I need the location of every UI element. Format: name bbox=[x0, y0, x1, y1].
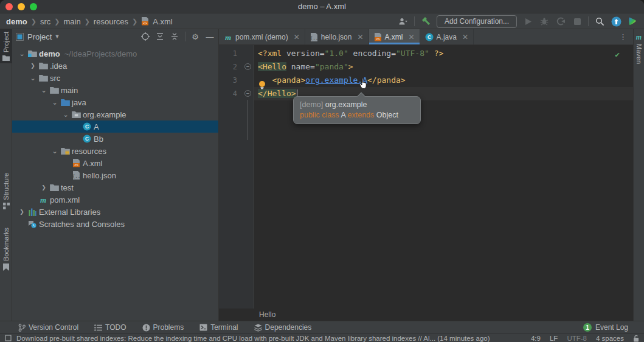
fold-marker-icon[interactable]: − bbox=[244, 90, 251, 97]
breadcrumb-item-main[interactable]: main bbox=[63, 17, 80, 26]
package-icon bbox=[71, 111, 81, 118]
intention-bulb-icon[interactable] bbox=[258, 80, 266, 90]
line-number: 1 bbox=[219, 47, 237, 60]
tool-stripe-bookmarks[interactable]: Bookmarks bbox=[0, 225, 12, 273]
editor-breadcrumb-tag[interactable]: Hello bbox=[259, 310, 275, 319]
lock-icon[interactable] bbox=[633, 335, 639, 342]
svg-text:<>: <> bbox=[143, 21, 147, 25]
editor-body[interactable]: 1234−− <?xml version="1.0" encoding="UTF… bbox=[219, 45, 633, 309]
tree-item--idea[interactable]: ❯.idea bbox=[12, 60, 218, 72]
debug-icon[interactable] bbox=[539, 16, 550, 27]
status-widget-4-spaces[interactable]: 4 spaces bbox=[596, 335, 624, 342]
collapse-all-icon[interactable] bbox=[170, 32, 180, 41]
tree-item-java[interactable]: ⌄java bbox=[12, 96, 218, 108]
event-log-button[interactable]: 1 Event Log bbox=[583, 323, 628, 332]
editor-tab-a-java[interactable]: CA.java✕ bbox=[420, 29, 474, 44]
run-with-coverage-icon[interactable] bbox=[555, 16, 566, 27]
inspection-ok-icon[interactable]: ✔ bbox=[615, 50, 620, 59]
class-icon: C bbox=[81, 122, 92, 131]
editor-tab-pom-xml-demo-[interactable]: mpom.xml (demo)✕ bbox=[219, 29, 305, 44]
add-configuration-button[interactable]: Add Configuration... bbox=[437, 15, 517, 28]
stop-icon[interactable] bbox=[572, 16, 583, 27]
chevron-down-icon[interactable]: ⌄ bbox=[50, 147, 60, 155]
close-tab-icon[interactable]: ✕ bbox=[409, 33, 415, 41]
toolbar-separator bbox=[414, 16, 415, 26]
chevron-right-icon[interactable]: ❯ bbox=[17, 209, 27, 215]
breadcrumb-item-resources[interactable]: resources bbox=[94, 17, 128, 26]
tab-options-icon[interactable]: ⋮ bbox=[613, 32, 633, 41]
breadcrumb-item-demo[interactable]: demo bbox=[6, 17, 27, 26]
build-hammer-icon[interactable] bbox=[420, 16, 431, 27]
maven-icon: m bbox=[224, 33, 232, 41]
tree-item-pom-xml[interactable]: mpom.xml bbox=[12, 194, 218, 206]
class-reference-link[interactable]: org.example.A bbox=[305, 75, 367, 85]
tree-item-demo[interactable]: ⌄demo~/IdeaProjects/demo bbox=[12, 47, 218, 60]
editor-tab-a-xml[interactable]: <>A.xml✕ bbox=[369, 29, 420, 44]
tool-stripe-structure[interactable]: Structure bbox=[0, 170, 12, 212]
tool-window-button-version-control[interactable]: Version Control bbox=[18, 323, 78, 332]
status-widget-4-9[interactable]: 4:9 bbox=[531, 335, 541, 342]
tree-item-hello-json[interactable]: {..hello.json bbox=[12, 169, 218, 181]
plugin-triangle-icon[interactable] bbox=[627, 16, 638, 27]
code-line-3[interactable]: <panda>org.example.A</panda> bbox=[254, 74, 633, 87]
code-line-2[interactable]: <Hello name="panda"> bbox=[254, 60, 633, 74]
navigation-bar: demo❯src❯main❯resources❯<>A.xml Add Conf… bbox=[0, 14, 644, 29]
tree-item-a[interactable]: CA bbox=[12, 120, 218, 133]
close-tab-icon[interactable]: ✕ bbox=[357, 33, 363, 41]
project-panel-title[interactable]: Project bbox=[27, 32, 52, 41]
tree-item-bb[interactable]: CBb bbox=[12, 133, 218, 145]
tree-item-src[interactable]: ⌄src bbox=[12, 72, 218, 84]
tooltip-package-line: [demo] org.example bbox=[300, 100, 414, 110]
breadcrumb-item-src[interactable]: src bbox=[40, 17, 50, 26]
close-tab-icon[interactable]: ✕ bbox=[462, 33, 468, 41]
folder-icon bbox=[38, 62, 49, 69]
chevron-down-icon[interactable]: ⌄ bbox=[17, 50, 27, 58]
chevron-down-icon[interactable]: ⌄ bbox=[61, 111, 71, 119]
chevron-down-icon[interactable]: ⌄ bbox=[39, 86, 49, 94]
tree-item-resources[interactable]: ⌄resources bbox=[12, 145, 218, 157]
chevron-down-icon[interactable]: ⌄ bbox=[28, 74, 38, 82]
close-tab-icon[interactable]: ✕ bbox=[294, 33, 300, 41]
tree-item-org-example[interactable]: ⌄org.example bbox=[12, 108, 218, 120]
tree-item-label: main bbox=[61, 86, 78, 95]
code-line-1[interactable]: <?xml version="1.0" encoding="UTF-8" ?> bbox=[254, 47, 633, 60]
tool-window-button-todo[interactable]: TODO bbox=[94, 323, 126, 332]
tool-window-button-problems[interactable]: Problems bbox=[142, 323, 184, 332]
chevron-right-icon[interactable]: ❯ bbox=[39, 184, 49, 190]
tree-item-a-xml[interactable]: <>A.xml bbox=[12, 157, 218, 169]
search-everywhere-icon[interactable] bbox=[594, 16, 605, 27]
tool-window-button-dependencies[interactable]: Dependencies bbox=[254, 323, 312, 332]
run-icon[interactable] bbox=[522, 16, 533, 27]
profile-icon[interactable] bbox=[398, 16, 409, 27]
tree-item-scratches-and-consoles[interactable]: Scratches and Consoles bbox=[12, 218, 218, 230]
status-message[interactable]: Download pre-built shared indexes: Reduc… bbox=[16, 335, 490, 342]
editor-gutter: 1234−− bbox=[219, 45, 254, 309]
status-widget-lf[interactable]: LF bbox=[550, 335, 558, 342]
update-available-icon[interactable] bbox=[611, 16, 621, 27]
breadcrumb-item-a-xml[interactable]: A.xml bbox=[153, 17, 173, 26]
chevron-right-icon[interactable]: ❯ bbox=[28, 63, 38, 69]
tree-item-main[interactable]: ⌄main bbox=[12, 84, 218, 96]
tool-stripe-bookmarks-label: Bookmarks bbox=[2, 228, 10, 261]
tool-window-button-terminal[interactable]: Terminal bbox=[199, 323, 238, 332]
code-token: </panda> bbox=[367, 75, 406, 85]
tree-item-external-libraries[interactable]: ❯External Libraries bbox=[12, 206, 218, 218]
fold-marker-icon[interactable]: − bbox=[244, 63, 251, 70]
line-number: 2 bbox=[219, 60, 237, 74]
locate-file-icon[interactable] bbox=[141, 32, 151, 41]
tool-stripe-project[interactable]: Project bbox=[0, 29, 12, 63]
status-widget-utf-8[interactable]: UTF-8 bbox=[567, 335, 587, 342]
expand-all-icon[interactable] bbox=[156, 32, 165, 41]
project-folder-icon bbox=[2, 55, 10, 61]
chevron-down-icon[interactable]: ⌄ bbox=[50, 99, 60, 106]
tree-item-label: pom.xml bbox=[50, 195, 80, 204]
window-title: demo – A.xml bbox=[0, 2, 644, 11]
tree-item-label: java bbox=[72, 98, 86, 107]
code-token: </Hello> bbox=[258, 89, 296, 98]
tree-item-test[interactable]: ❯test bbox=[12, 181, 218, 194]
hide-panel-icon[interactable]: — bbox=[205, 32, 215, 41]
settings-gear-icon[interactable]: ⚙ bbox=[190, 32, 200, 41]
chevron-down-icon[interactable]: ▼ bbox=[54, 33, 60, 40]
tool-stripe-maven[interactable]: Maven bbox=[635, 44, 643, 64]
editor-tab-hello-json[interactable]: {..hello.json✕ bbox=[305, 29, 369, 44]
